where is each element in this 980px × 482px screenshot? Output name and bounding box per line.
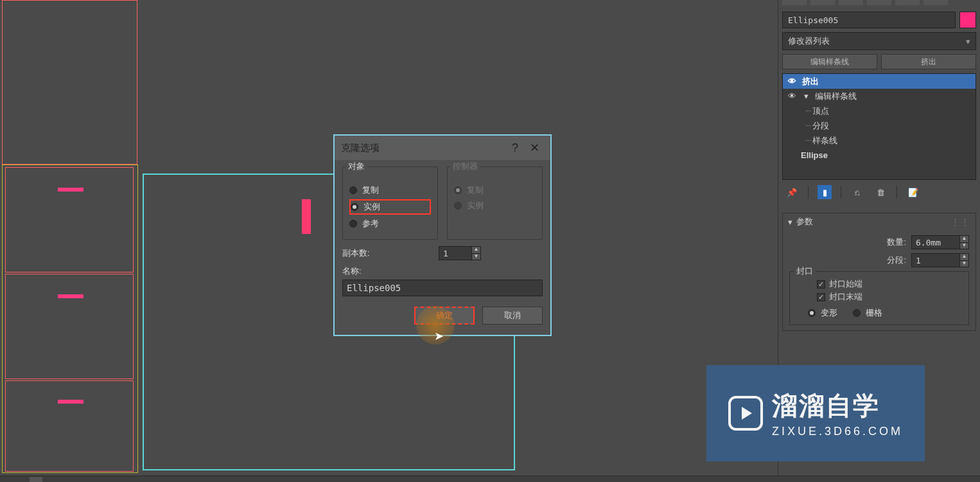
tab-modify-icon[interactable] — [810, 0, 835, 5]
radio-grid[interactable]: 栅格 — [853, 307, 882, 319]
radio-label: 实例 — [467, 200, 484, 211]
geometry-handle — [58, 188, 83, 192]
radio-icon — [349, 186, 357, 194]
rollout-grip-icon[interactable]: ⋮⋮ — [951, 217, 970, 227]
stack-item-editspline[interactable]: 👁 ▾ 编辑样条线 — [783, 89, 976, 103]
segments-spinner[interactable]: 1 ▲▼ — [911, 253, 969, 267]
rollout-header[interactable]: ▾ 参数 ⋮⋮ — [783, 213, 976, 230]
stack-label: 顶点 — [812, 105, 829, 117]
stack-label: 挤出 — [802, 76, 819, 87]
dialog-titlebar[interactable]: 克隆选项 ? ✕ — [335, 136, 550, 160]
object-group: 对象 复制 实例 参考 — [342, 166, 438, 240]
stack-item-extrude[interactable]: 👁 挤出 — [783, 74, 976, 89]
stack-toolbar: 📌 ▮ ⎌ 🗑 📝 — [778, 180, 980, 204]
radio-icon — [351, 203, 358, 211]
expand-icon[interactable]: ▾ — [802, 91, 810, 101]
show-end-result-icon[interactable]: ▮ — [818, 185, 832, 199]
make-unique-icon[interactable]: ⎌ — [850, 185, 864, 199]
stack-item-base[interactable]: Ellipse — [783, 148, 976, 163]
viewport-pane-top-left[interactable] — [2, 0, 137, 165]
visibility-icon[interactable]: 👁 — [787, 76, 797, 86]
radio-label: 复制 — [467, 184, 484, 196]
tab-display-icon[interactable] — [895, 0, 920, 5]
stack-sub-spline[interactable]: 样条线 — [783, 133, 976, 148]
name-label: 名称: — [342, 266, 362, 276]
delete-modifier-icon[interactable]: 🗑 — [873, 185, 888, 199]
configure-sets-icon[interactable]: 📝 — [906, 185, 920, 199]
tab-utilities-icon[interactable] — [923, 0, 948, 5]
statusbar-button[interactable] — [30, 477, 42, 482]
param-segments: 分段: 1 ▲▼ — [789, 253, 969, 267]
name-input[interactable] — [342, 280, 543, 296]
checkbox-icon: ✓ — [817, 280, 825, 289]
close-button[interactable]: ✕ — [525, 141, 544, 155]
segments-label: 分段: — [887, 254, 906, 266]
tab-hierarchy-icon[interactable] — [839, 0, 863, 5]
spinner-up-icon[interactable]: ▲ — [471, 247, 480, 253]
spinner-down-icon[interactable]: ▼ — [471, 253, 480, 260]
modifier-stack[interactable]: 👁 挤出 👁 ▾ 编辑样条线 顶点 分段 样条线 Ellipse — [782, 73, 976, 180]
param-amount: 数量: 6.0mm ▲▼ — [789, 235, 969, 249]
tab-motion-icon[interactable] — [867, 0, 891, 5]
checkbox-label: 封口始端 — [829, 278, 862, 290]
clone-options-dialog: 克隆选项 ? ✕ 对象 复制 实例 参考 控制器 — [333, 134, 552, 336]
amount-value[interactable]: 6.0mm — [912, 238, 959, 247]
spinner-up-icon[interactable]: ▲ — [959, 236, 968, 242]
radio-reference[interactable]: 参考 — [349, 217, 431, 230]
checkbox-cap-end[interactable]: ✓ 封口末端 — [817, 291, 962, 303]
tab-create-icon[interactable] — [782, 0, 807, 5]
stack-sub-vertex[interactable]: 顶点 — [783, 103, 976, 118]
spinner-up-icon[interactable]: ▲ — [959, 254, 968, 260]
radio-icon — [349, 220, 357, 228]
stack-label: Ellipse — [801, 150, 828, 160]
cap-fieldset: 封口 ✓ 封口始端 ✓ 封口末端 变形 栅格 — [789, 271, 969, 325]
radio-label: 参考 — [362, 218, 379, 229]
stack-sub-segment[interactable]: 分段 — [783, 118, 976, 133]
stack-label: 分段 — [812, 120, 829, 132]
status-bar — [0, 476, 980, 482]
object-name-field[interactable]: Ellipse005 — [782, 12, 956, 28]
geometry-outline — [5, 167, 134, 272]
rollout-twisty-icon: ▾ — [788, 217, 792, 227]
checkbox-label: 封口末端 — [829, 291, 862, 303]
object-color-swatch[interactable] — [959, 12, 976, 28]
amount-label: 数量: — [887, 237, 906, 248]
pin-icon[interactable]: 📌 — [785, 185, 799, 199]
radio-label: 栅格 — [866, 307, 882, 319]
radio-copy[interactable]: 复制 — [349, 184, 431, 197]
watermark-url: ZIXUE.3D66.COM — [772, 425, 903, 438]
ok-button[interactable]: 确定 — [414, 307, 475, 325]
segments-value[interactable]: 1 — [912, 256, 959, 265]
help-button[interactable]: ? — [505, 141, 525, 155]
radio-controller-copy: 复制 — [454, 184, 536, 197]
copies-row: 副本数: 1 ▲▼ — [342, 246, 543, 260]
geometry-handle — [58, 294, 83, 298]
modifier-list-dropdown[interactable]: 修改器列表 — [782, 32, 976, 50]
copies-value[interactable]: 1 — [439, 249, 471, 258]
spinner-down-icon[interactable]: ▼ — [959, 260, 968, 267]
quick-modifier-extrude[interactable]: 挤出 — [881, 54, 976, 69]
checkbox-cap-start[interactable]: ✓ 封口始端 — [817, 278, 962, 290]
amount-spinner[interactable]: 6.0mm ▲▼ — [911, 235, 969, 249]
dialog-body: 对象 复制 实例 参考 控制器 复制 — [335, 160, 550, 335]
watermark-logo-icon — [728, 396, 763, 431]
watermark-overlay: 溜溜自学 ZIXUE.3D66.COM — [706, 365, 925, 461]
spinner-down-icon[interactable]: ▼ — [959, 242, 968, 249]
rollout-parameters: ▾ 参数 ⋮⋮ 数量: 6.0mm ▲▼ 分段: 1 ▲▼ 封口 — [782, 213, 976, 331]
quick-modifier-editspline[interactable]: 编辑样条线 — [782, 54, 877, 69]
radio-icon — [454, 202, 462, 210]
radio-icon — [853, 309, 861, 317]
radio-instance[interactable]: 实例 — [349, 199, 431, 215]
checkbox-icon: ✓ — [817, 293, 825, 301]
copies-spinner[interactable]: 1 ▲▼ — [439, 246, 481, 260]
controller-group: 控制器 复制 实例 — [447, 166, 543, 240]
cancel-button[interactable]: 取消 — [482, 307, 543, 325]
cap-title: 封口 — [794, 265, 816, 277]
radio-morph[interactable]: 变形 — [808, 307, 837, 319]
geometry-handle — [58, 400, 83, 404]
radio-icon — [808, 309, 816, 317]
panel-drag-handle[interactable]: : : : : : : : : : : — [778, 204, 980, 210]
command-panel-tabs[interactable] — [778, 0, 980, 8]
radio-controller-instance: 实例 — [454, 199, 536, 212]
visibility-icon[interactable]: 👁 — [787, 91, 797, 101]
